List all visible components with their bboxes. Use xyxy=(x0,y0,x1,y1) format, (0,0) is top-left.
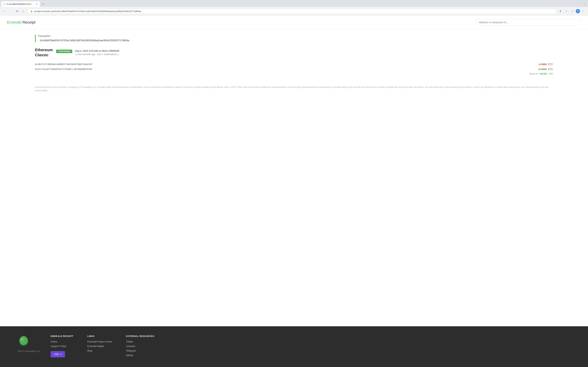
footer-columns: EMERALD RECEIPT Home Support Ticket USD … xyxy=(51,335,571,359)
footer-col-title-emerald-receipt: EMERALD RECEIPT xyxy=(51,335,73,337)
browser-menu-button[interactable]: ⋮ xyxy=(582,2,587,7)
new-tab-icon: + xyxy=(42,2,44,6)
footer-logo xyxy=(17,335,30,347)
url-display: receipt.emerald.cash/tx/0x148d47b8a5547c… xyxy=(34,10,553,13)
transaction-label: Transaction xyxy=(38,35,129,37)
from-address: 0x3B3F537d0D6A6e3B09D57984366079B6f948e5… xyxy=(35,63,93,66)
blockchain-name: Ethereum Classic xyxy=(35,48,53,58)
toolbar-actions: ⬆ ☆ □ G ⋮ xyxy=(558,9,586,14)
footer-content: 2020 © EmeraldPay, Inc EMERALD RECEIPT H… xyxy=(17,335,571,359)
tab-favicon: E xyxy=(3,3,5,5)
currency-label: USD xyxy=(54,353,59,356)
footer-col-title-links: LINKS xyxy=(87,335,112,337)
footer-link-telegram[interactable]: Telegram xyxy=(126,349,154,352)
footer-link-github[interactable]: Github xyxy=(126,354,154,357)
footer-logo-section: 2020 © EmeraldPay, Inc xyxy=(17,335,40,352)
to-currency: ETC xyxy=(548,68,553,71)
tab-close-button[interactable]: ✕ xyxy=(36,3,38,6)
active-tab[interactable]: E Tx 0x148d47b8a5547c5702ac... ✕ xyxy=(1,1,40,7)
site-header: Emerald Receipt xyxy=(0,16,588,29)
address-bar[interactable]: 🔒 receipt.emerald.cash/tx/0x148d47b8a554… xyxy=(27,9,556,14)
block-time: Aug 4, 2022 9:24 AM on block 15669295 xyxy=(75,50,119,52)
chevron-down-icon: ▼ xyxy=(60,353,62,355)
to-amount: +0.9999 ETC xyxy=(538,68,553,71)
share-icon[interactable]: ⬆ xyxy=(558,9,563,14)
status-row: CONFIRMED Aug 4, 2022 9:24 AM on block 1… xyxy=(56,49,119,55)
page: Emerald Receipt Transaction 0x148d47b8a5… xyxy=(0,16,588,367)
equal-value: +34.91 xyxy=(539,72,547,75)
home-button[interactable]: ⌂ xyxy=(21,9,26,14)
to-amount-value: +0.9999 xyxy=(538,68,547,71)
footer-col-external: EXTERNAL RESOURCES Twitter LinkedIn Tele… xyxy=(126,335,154,359)
from-amount-value: -0.9999 xyxy=(538,63,547,66)
equal-label: Equal to xyxy=(529,72,538,75)
logo-receipt-word: Receipt xyxy=(22,20,35,25)
footer-copyright: 2020 © EmeraldPay, Inc xyxy=(17,350,40,352)
currency-selector[interactable]: USD ▼ xyxy=(51,351,65,357)
logo-emerald-text: Emerald xyxy=(7,20,21,25)
transfer-row: 0x61C76aa8f7b600F6675765bBcc36F4089B5855… xyxy=(35,67,553,72)
to-address: 0x61C76aa8f7b600F6675765bBcc36F4089B5855… xyxy=(35,68,93,70)
transfers: 0x3B3F537d0D6A6e3B09D57984366079B6f948e5… xyxy=(35,62,553,75)
from-amount: -0.9999 ETC xyxy=(538,63,553,66)
extensions-icon[interactable]: □ xyxy=(570,9,575,14)
disclaimer: Emerald Receipt service (Service), manag… xyxy=(35,82,553,92)
footer-link-support[interactable]: Support Ticket xyxy=(51,345,73,348)
svg-point-3 xyxy=(21,338,23,340)
transaction-section: Transaction 0x148d47b8a5547c5702ac7a5b23… xyxy=(35,35,553,42)
site-logo: Emerald Receipt xyxy=(7,20,35,25)
equal-currency: USD xyxy=(548,72,553,75)
reload-button[interactable]: ↻ xyxy=(15,9,20,14)
main-content: Transaction 0x148d47b8a5547c5702ac7a5b23… xyxy=(0,29,588,326)
lock-icon: 🔒 xyxy=(30,10,33,12)
site-footer: 2020 © EmeraldPay, Inc EMERALD RECEIPT H… xyxy=(0,326,588,367)
header-search[interactable] xyxy=(476,19,581,26)
footer-col-title-external: EXTERNAL RESOURCES xyxy=(126,335,154,337)
transaction-block: Transaction 0x148d47b8a5547c5702ac7a5b23… xyxy=(35,35,553,42)
footer-link-blog[interactable]: Blog xyxy=(87,349,112,352)
block-info: Ethereum Classic CONFIRMED Aug 4, 2022 9… xyxy=(35,48,553,58)
from-currency: ETC xyxy=(548,63,553,66)
footer-link-emerald-project[interactable]: Emerald Project Home xyxy=(87,340,112,343)
more-options-icon[interactable]: ⋮ xyxy=(581,9,586,14)
transaction-hash: 0x148d47b8a5547c5702ac7a5b23d07b43383363… xyxy=(38,38,129,42)
footer-link-linkedin[interactable]: LinkedIn xyxy=(126,345,154,348)
new-tab-button[interactable]: + xyxy=(41,2,45,7)
transfer-row: 0x3B3F537d0D6A6e3B09D57984366079B6f948e5… xyxy=(35,62,553,67)
search-input[interactable] xyxy=(476,19,581,26)
confirmed-badge: CONFIRMED xyxy=(56,50,72,53)
equal-row: Equal to +34.91 USD xyxy=(35,72,553,75)
footer-link-home[interactable]: Home xyxy=(51,340,73,343)
footer-link-twitter[interactable]: Twitter xyxy=(126,340,154,343)
footer-col-emerald-receipt: EMERALD RECEIPT Home Support Ticket USD … xyxy=(51,335,73,359)
user-avatar[interactable]: G xyxy=(576,9,580,13)
forward-button[interactable]: → xyxy=(9,9,13,14)
browser-chrome: E Tx 0x148d47b8a5547c5702ac... ✕ + ⋮ ← →… xyxy=(0,0,588,16)
back-button[interactable]: ← xyxy=(2,9,7,14)
tab-bar: E Tx 0x148d47b8a5547c5702ac... ✕ + ⋮ xyxy=(0,0,588,7)
bookmark-icon[interactable]: ☆ xyxy=(564,9,569,14)
footer-link-emerald-wallet[interactable]: Emerald Wallet xyxy=(87,345,112,348)
confirmations: ( a few seconds ago , has 1 confirmation… xyxy=(75,53,119,56)
browser-toolbar: ← → ↻ ⌂ 🔒 receipt.emerald.cash/tx/0x148d… xyxy=(0,7,588,15)
block-details: Aug 4, 2022 9:24 AM on block 15669295 xyxy=(75,49,119,53)
footer-col-links: LINKS Emerald Project Home Emerald Walle… xyxy=(87,335,112,359)
tab-title: Tx 0x148d47b8a5547c5702ac... xyxy=(6,3,34,5)
